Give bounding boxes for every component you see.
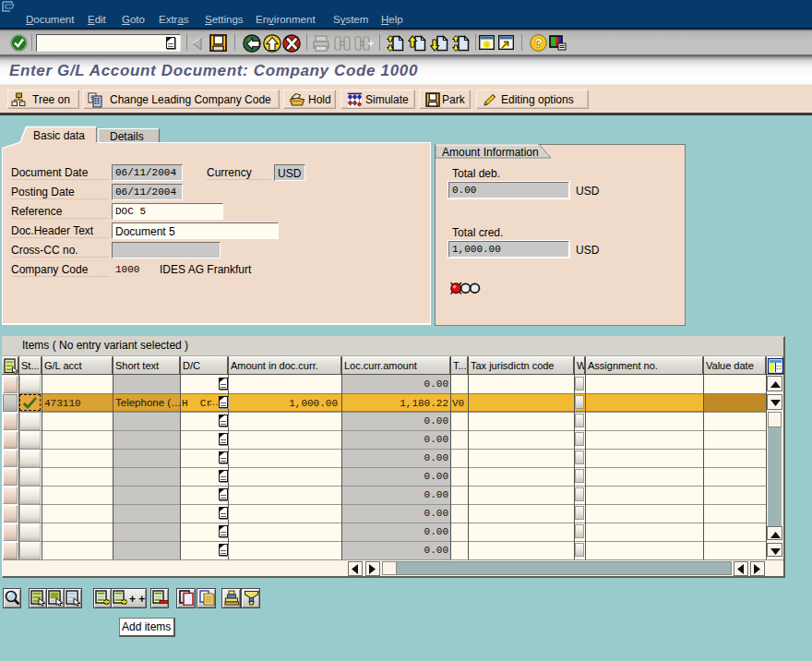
svg-text:?: ? bbox=[534, 36, 542, 50]
